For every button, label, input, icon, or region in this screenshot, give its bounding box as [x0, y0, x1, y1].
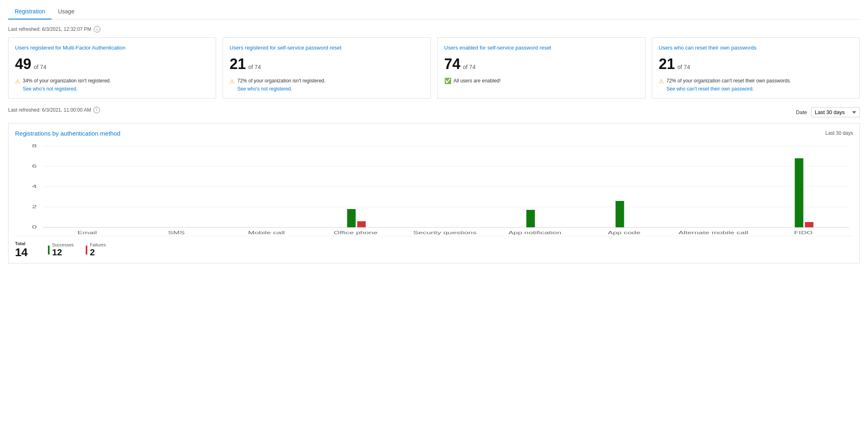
svg-text:App code: App code: [608, 231, 641, 235]
legend-failure-bar: [86, 246, 87, 255]
card-sspr-warning: ⚠ 72% of your organization isn't registe…: [229, 78, 424, 92]
section2-header: Last refreshed: 6/3/2021, 11:00:00 AM i …: [8, 107, 860, 118]
page-container: Registration Usage Last refreshed: 6/3/2…: [0, 0, 868, 272]
svg-text:Alternate mobile call: Alternate mobile call: [678, 231, 748, 235]
card-enabled-warning: ✅ All users are enabled!: [444, 78, 639, 84]
svg-text:2: 2: [32, 204, 37, 209]
card-sspr-num: 21: [229, 56, 246, 73]
card-mfa-total: of 74: [34, 64, 46, 70]
card-enabled-num: 74: [444, 56, 461, 73]
chart-header: Registrations by authentication method L…: [15, 130, 853, 137]
card-mfa: Users registered for Multi-Factor Authen…: [8, 37, 216, 99]
card-mfa-count: 49 of 74: [15, 56, 209, 73]
warning-icon-3: ⚠: [659, 78, 664, 84]
card-reset-total: of 74: [678, 64, 690, 70]
legend-failures: Failures 2: [86, 242, 106, 258]
card-sspr-warning-text: 72% of your organization isn't registere…: [237, 78, 325, 84]
chart-svg: 0 2 4 6 8 Email SMS Mobile call: [15, 140, 853, 229]
card-reset-warning: ⚠ 72% of your organization can't reset t…: [659, 78, 853, 92]
tab-usage[interactable]: Usage: [52, 4, 81, 19]
card-sspr-title: Users registered for self-service passwo…: [229, 44, 424, 52]
bar-office-success: [347, 209, 356, 227]
total-value: 14: [15, 246, 28, 259]
legend-failure-label: Failures: [90, 242, 106, 247]
card-mfa-title: Users registered for Multi-Factor Authen…: [15, 44, 209, 52]
date-select[interactable]: Last 30 days Last 7 days Last 90 days: [811, 107, 860, 117]
card-mfa-warning-text: 34% of your organization isn't registere…: [23, 78, 111, 84]
card-mfa-num: 49: [15, 56, 31, 73]
tabs-bar: Registration Usage: [8, 4, 860, 19]
tab-registration[interactable]: Registration: [8, 4, 52, 19]
card-reset-link[interactable]: See who can't reset their own password.: [667, 86, 791, 92]
card-mfa-warning: ⚠ 34% of your organization isn't registe…: [15, 78, 209, 92]
chart-title: Registrations by authentication method: [15, 130, 120, 137]
success-icon-1: ✅: [444, 78, 451, 84]
card-reset-title: Users who can reset their own passwords: [659, 44, 853, 52]
card-enabled-title: Users enabled for self-service password …: [444, 44, 639, 52]
total-label: Total: [15, 241, 28, 246]
warning-icon-1: ⚠: [15, 78, 20, 84]
card-sspr: Users registered for self-service passwo…: [223, 37, 431, 99]
card-sspr-count: 21 of 74: [229, 56, 424, 73]
legend-success-group: Successes 12: [52, 242, 74, 258]
card-reset-warning-text: 72% of your organization can't reset the…: [667, 78, 791, 84]
legend-success-value: 12: [52, 247, 74, 258]
bar-fido-success: [795, 158, 803, 227]
bar-appcode-success: [615, 201, 624, 227]
legend-success-bar: [48, 246, 50, 255]
card-reset-num: 21: [659, 56, 675, 73]
card-reset-count: 21 of 74: [659, 56, 853, 73]
bar-appnotif-success: [526, 210, 535, 227]
bar-fido-failure: [805, 222, 814, 227]
svg-text:Email: Email: [78, 231, 97, 235]
svg-text:4: 4: [32, 184, 37, 189]
chart-area: 0 2 4 6 8 Email SMS Mobile call: [15, 140, 853, 229]
card-enabled-count: 74 of 74: [444, 56, 639, 73]
chart-container: Registrations by authentication method L…: [8, 123, 860, 263]
card-reset: Users who can reset their own passwords …: [652, 37, 860, 99]
svg-text:Mobile call: Mobile call: [248, 231, 285, 235]
svg-text:FIDO: FIDO: [794, 231, 813, 235]
card-sspr-link[interactable]: See who's not registered.: [237, 86, 325, 92]
card-enabled-warning-text: All users are enabled!: [454, 78, 501, 84]
last-refreshed-1: Last refreshed: 6/3/2021, 12:32:07 PM i: [8, 26, 860, 32]
date-filter: Date Last 30 days Last 7 days Last 90 da…: [796, 107, 860, 117]
svg-text:Security questions: Security questions: [413, 231, 476, 235]
chart-footer: Total 14 Successes 12 Failures 2: [15, 236, 853, 259]
svg-text:0: 0: [32, 224, 37, 229]
svg-text:Office phone: Office phone: [334, 231, 378, 235]
bar-office-failure: [357, 221, 366, 227]
info-icon-1[interactable]: i: [94, 26, 100, 32]
svg-text:App notification: App notification: [509, 231, 562, 235]
legend-failure-group: Failures 2: [90, 242, 106, 258]
chart-period: Last 30 days: [825, 130, 853, 136]
cards-row: Users registered for Multi-Factor Authen…: [8, 37, 860, 99]
info-icon-2[interactable]: i: [93, 107, 100, 113]
last-refreshed-2: Last refreshed: 6/3/2021, 11:00:00 AM i: [8, 107, 100, 113]
svg-text:6: 6: [32, 164, 37, 168]
date-label: Date: [796, 109, 807, 115]
card-sspr-total: of 74: [248, 64, 261, 70]
warning-icon-2: ⚠: [229, 78, 235, 84]
card-enabled-total: of 74: [463, 64, 476, 70]
svg-text:8: 8: [32, 143, 37, 148]
legend-success-label: Successes: [52, 242, 74, 247]
legend-failure-value: 2: [90, 247, 106, 258]
total-block: Total 14: [15, 241, 28, 259]
svg-text:SMS: SMS: [168, 231, 185, 235]
legend-successes: Successes 12: [48, 242, 74, 258]
card-enabled: Users enabled for self-service password …: [437, 37, 645, 99]
card-mfa-link[interactable]: See who's not registered.: [23, 86, 111, 92]
